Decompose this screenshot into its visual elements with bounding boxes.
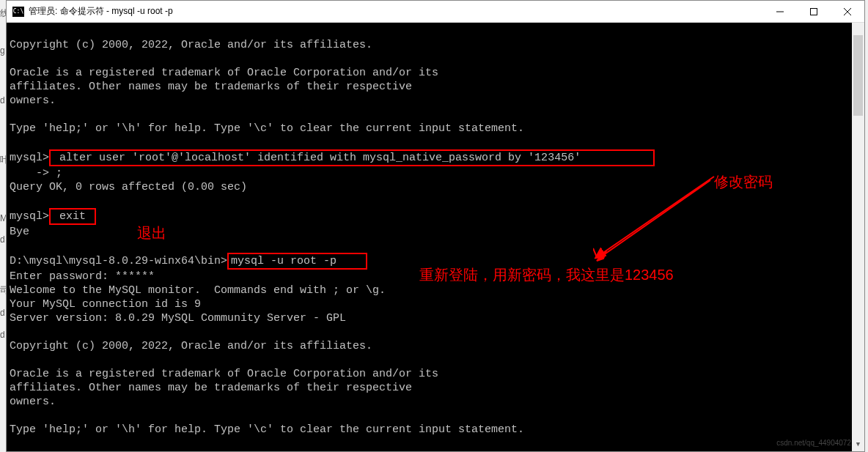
side-char: d	[0, 234, 5, 245]
mysql-prompt: mysql>	[10, 210, 49, 223]
terminal-line: Copyright (c) 2000, 2022, Oracle and/or …	[10, 340, 372, 352]
mysql-prompt: mysql>	[10, 152, 49, 164]
side-char: d	[0, 308, 5, 318]
side-char: d	[0, 95, 5, 105]
terminal-line: affiliates. Other names may be trademark…	[10, 81, 412, 93]
path-prompt: D:\mysql\mysql-8.0.29-winx64\bin>	[10, 255, 227, 267]
titlebar[interactable]: C:\ 管理员: 命令提示符 - mysql -u root -p	[7, 1, 864, 23]
terminal-line: Query OK, 0 rows affected (0.00 sec)	[10, 181, 247, 193]
cmd-window: C:\ 管理员: 命令提示符 - mysql -u root -p Copyri…	[6, 0, 865, 452]
terminal-line: owners.	[10, 95, 56, 107]
svg-line-8	[597, 177, 714, 257]
scroll-thumb[interactable]	[853, 35, 863, 116]
terminal-line: Your MySQL connection id is 9	[10, 298, 201, 311]
arrow-annotation-icon	[586, 162, 718, 264]
svg-rect-1	[811, 8, 817, 15]
terminal-line: affiliates. Other names may be trademark…	[10, 382, 412, 394]
terminal-line: Oracle is a registered trademark of Orac…	[10, 67, 438, 79]
annotation-relogin: 重新登陆，用新密码，我这里是123456	[419, 268, 674, 282]
terminal-output[interactable]: Copyright (c) 2000, 2022, Oracle and/or …	[7, 23, 864, 451]
highlighted-cmd-alter: alter user 'root'@'localhost' identified…	[49, 149, 655, 166]
terminal-line: owners.	[10, 396, 56, 408]
terminal-line: Oracle is a registered trademark of Orac…	[10, 368, 438, 380]
highlighted-cmd-exit: exit	[49, 208, 96, 225]
annotation-change-password: 修改密码	[714, 175, 773, 189]
minimize-button[interactable]	[763, 1, 797, 22]
scrollbar[interactable]: ▲ ▼	[852, 23, 864, 451]
terminal-line: Enter password: ******	[10, 270, 155, 283]
terminal-line: Welcome to the MySQL monitor. Commands e…	[10, 284, 386, 297]
side-char: g	[0, 45, 5, 56]
side-char: d	[0, 330, 5, 340]
terminal-line: Server version: 8.0.29 MySQL Community S…	[10, 312, 346, 325]
watermark: csdn.net/qq_44904072	[776, 436, 851, 450]
terminal-line: Copyright (c) 2000, 2022, Oracle and/or …	[10, 39, 372, 51]
window-title: 管理员: 命令提示符 - mysql -u root -p	[29, 5, 173, 18]
terminal-line: Type 'help;' or '\h' for help. Type '\c'…	[10, 122, 524, 135]
terminal-line: Type 'help;' or '\h' for help. Type '\c'…	[10, 423, 524, 436]
cmd-icon: C:\	[12, 7, 24, 17]
terminal-line: -> ;	[10, 167, 62, 179]
close-button[interactable]	[831, 1, 864, 22]
maximize-button[interactable]	[797, 1, 831, 22]
terminal-line: Bye	[10, 226, 29, 238]
annotation-exit: 退出	[137, 226, 166, 240]
scroll-down-icon[interactable]: ▼	[852, 439, 864, 451]
highlighted-cmd-login: mysql -u root -p	[227, 253, 367, 270]
